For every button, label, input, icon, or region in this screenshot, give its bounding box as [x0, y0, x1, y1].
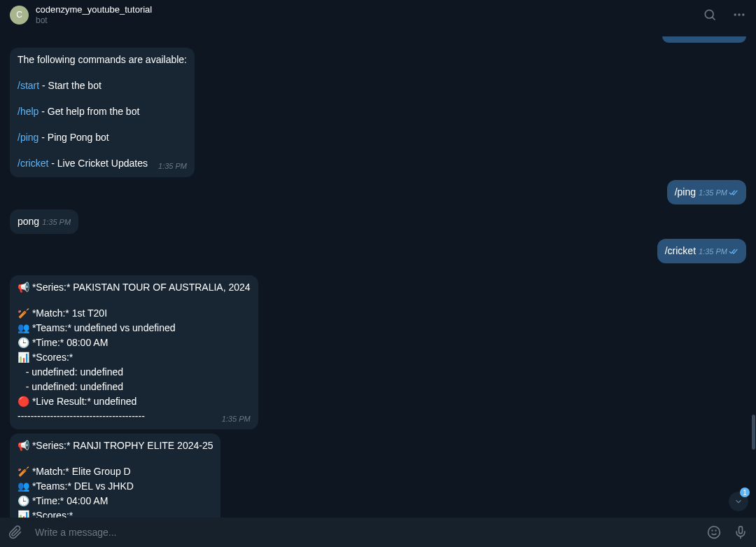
c2-time: 🕒 *Time:* 04:00 AM [18, 494, 213, 508]
help-cmd-help: /help - Get help from the bot [18, 104, 187, 119]
message-cricket-out: /cricket 1:35 PM [10, 239, 746, 263]
c1-result: 🔴 *Live Result:* undefined [18, 394, 251, 409]
unread-badge: 1 [740, 487, 750, 497]
scrollbar-thumb[interactable] [752, 415, 755, 450]
msg-time: 1:35 PM [222, 413, 251, 425]
message-input[interactable] [35, 527, 694, 538]
scrollbar-track [751, 29, 756, 518]
svg-point-2 [734, 13, 736, 15]
messages-container: The following commands are available: /s… [0, 29, 756, 518]
c1-time: 🕒 *Time:* 08:00 AM [18, 335, 251, 350]
cmd-link-start[interactable]: /start [18, 80, 39, 91]
c1-scores: 📊 *Scores:* [18, 350, 251, 365]
c2-match: 🏏 *Match:* Elite Group D [18, 464, 213, 479]
bubble-cricket-out[interactable]: /cricket 1:35 PM [657, 239, 746, 263]
svg-point-4 [742, 13, 744, 15]
sticker-icon[interactable] [707, 525, 721, 539]
bubble-out-partial[interactable] [662, 36, 746, 43]
message-cricket2: 📢 *Series:* RANJI TROPHY ELITE 2024-25 🏏… [10, 434, 746, 518]
voice-icon[interactable] [734, 525, 748, 539]
message-input-bar [0, 518, 756, 547]
cricket-text: /cricket [665, 244, 696, 258]
cmd-link-help[interactable]: /help [18, 106, 38, 117]
c1-series: 📢 *Series:* PAKISTAN TOUR OF AUSTRALIA, … [18, 280, 251, 295]
message-list[interactable]: The following commands are available: /s… [0, 29, 756, 518]
c1-score2: - undefined: undefined [18, 380, 251, 394]
bubble-cricket1[interactable]: 📢 *Series:* PAKISTAN TOUR OF AUSTRALIA, … [10, 275, 258, 430]
c2-teams: 👥 *Teams:* DEL vs JHKD [18, 479, 213, 494]
bubble-pong[interactable]: pong 1:35 PM [10, 209, 78, 234]
msg-time: 1:35 PM [699, 187, 727, 199]
message-ping-out: /ping 1:35 PM [10, 180, 746, 205]
c1-teams: 👥 *Teams:* undefined vs undefined [18, 321, 251, 335]
svg-rect-8 [739, 527, 743, 534]
chat-header: C codenzyme_youtube_tutorial bot [0, 0, 756, 29]
bubble-ping-out[interactable]: /ping 1:35 PM [667, 180, 746, 205]
msg-time: 1:35 PM [699, 246, 727, 258]
scroll-down-button[interactable]: 1 [728, 491, 749, 512]
chat-subtitle: bot [36, 15, 703, 25]
avatar-initial: C [16, 10, 22, 20]
search-icon[interactable] [703, 8, 717, 22]
help-cmd-cricket: /cricket - Live Cricket Updates1:35 PM [18, 156, 187, 171]
svg-point-6 [712, 530, 713, 531]
svg-line-1 [712, 17, 715, 20]
pong-text: pong [18, 214, 39, 229]
message-pong: pong 1:35 PM [10, 209, 746, 234]
chat-title: codenzyme_youtube_tutorial [36, 4, 703, 15]
help-cmd-start: /start - Start the bot [18, 78, 187, 93]
attach-icon[interactable] [8, 525, 22, 539]
svg-point-5 [708, 527, 720, 539]
read-tick-icon [729, 186, 738, 200]
chevron-down-icon [734, 497, 743, 506]
c1-divider: ---------------------------------------1… [18, 409, 251, 424]
more-icon[interactable] [732, 8, 746, 22]
cmd-link-ping[interactable]: /ping [18, 132, 38, 143]
message-out-partial [10, 36, 746, 43]
read-tick-icon [729, 244, 738, 259]
c2-series: 📢 *Series:* RANJI TROPHY ELITE 2024-25 [18, 438, 213, 453]
c1-match: 🏏 *Match:* 1st T20I [18, 306, 251, 321]
message-cricket1: 📢 *Series:* PAKISTAN TOUR OF AUSTRALIA, … [10, 275, 746, 430]
message-help: The following commands are available: /s… [10, 46, 746, 177]
help-intro: The following commands are available: [18, 53, 187, 67]
msg-time: 1:35 PM [42, 216, 71, 228]
c2-scores: 📊 *Scores:* [18, 508, 213, 518]
bubble-cricket2[interactable]: 📢 *Series:* RANJI TROPHY ELITE 2024-25 🏏… [10, 434, 220, 518]
msg-time: 1:35 PM [158, 160, 187, 172]
svg-point-3 [738, 13, 740, 15]
cmd-link-cricket[interactable]: /cricket [18, 158, 48, 169]
c1-score1: - undefined: undefined [18, 365, 251, 380]
bubble-help[interactable]: The following commands are available: /s… [10, 48, 195, 177]
chat-info[interactable]: codenzyme_youtube_tutorial bot [36, 4, 703, 25]
svg-point-7 [715, 530, 716, 531]
avatar[interactable]: C [10, 6, 29, 25]
svg-point-0 [705, 10, 713, 18]
ping-text: /ping [675, 185, 696, 200]
help-cmd-ping: /ping - Ping Pong bot [18, 130, 187, 145]
header-actions [703, 8, 746, 22]
